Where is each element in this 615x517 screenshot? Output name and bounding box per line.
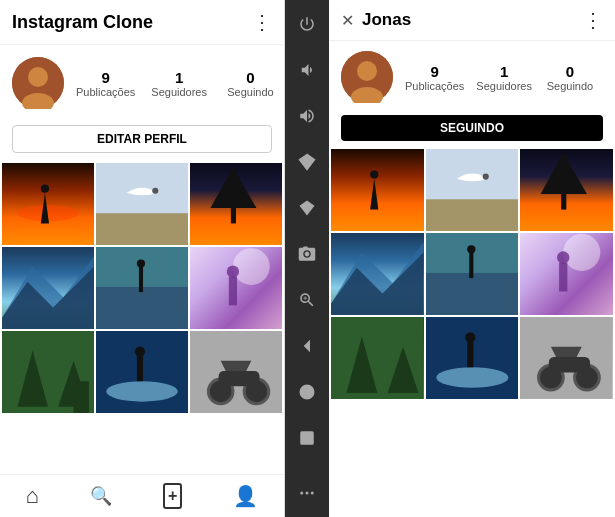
right-photo-cell-2[interactable] [426,149,519,231]
right-photo-cell-6[interactable] [520,233,613,315]
pub-label: Publicações [76,86,135,98]
svg-point-58 [467,245,475,253]
svg-rect-30 [137,356,143,382]
right-title: Jonas [362,10,575,30]
right-panel: ✕ Jonas ⋮ 9 Publicações 1 Seguidores 0 S… [329,0,615,517]
left-panel: Instagram Clone ⋮ 9 Publicações 1 Seguid… [0,0,285,517]
svg-rect-49 [426,199,519,231]
svg-point-29 [106,381,178,401]
svg-rect-17 [96,287,188,329]
svg-rect-27 [74,381,89,413]
following-count: 0 [246,69,254,86]
right-menu-icon[interactable]: ⋮ [583,8,603,32]
volume-up-icon[interactable] [293,102,321,130]
home-circle-icon[interactable] [293,378,321,406]
close-button[interactable]: ✕ [341,11,354,30]
svg-point-40 [300,492,303,495]
right-photo-cell-1[interactable] [331,149,424,231]
app-header: Instagram Clone ⋮ [0,0,284,45]
svg-rect-60 [559,263,567,292]
header-menu-icon[interactable]: ⋮ [252,10,272,34]
svg-point-42 [311,492,314,495]
photo-cell-8[interactable] [96,331,188,413]
pub-count: 9 [101,69,109,86]
diamond-fill-icon[interactable] [293,194,321,222]
photo-cell-5[interactable] [96,247,188,329]
back-icon[interactable] [293,332,321,360]
svg-point-21 [233,248,270,285]
photo-cell-2[interactable] [96,163,188,245]
svg-point-9 [152,188,158,194]
svg-point-47 [370,170,378,178]
right-photo-cell-9[interactable] [520,317,613,399]
edit-profile-button[interactable]: EDITAR PERFIL [12,125,272,153]
svg-rect-35 [219,371,260,386]
right-stat-following: 0 Seguindo [544,63,596,92]
profile-nav-icon[interactable]: 👤 [233,484,258,508]
right-following-label: Seguindo [547,80,594,92]
right-photo-cell-4[interactable] [331,233,424,315]
right-following-count: 0 [566,63,574,80]
recents-icon[interactable] [293,424,321,452]
zoom-icon[interactable] [293,286,321,314]
svg-point-68 [465,332,475,342]
profile-section: 9 Publicações 1 Seguidores 0 Seguindo [0,45,284,121]
volume-down-icon[interactable] [293,56,321,84]
right-pub-count: 9 [430,63,438,80]
diamond-outline-icon[interactable] [293,148,321,176]
more-icon[interactable] [293,479,321,507]
right-photo-cell-3[interactable] [520,149,613,231]
photo-cell-6[interactable] [190,247,282,329]
home-nav-icon[interactable]: ⌂ [26,483,39,509]
right-photo-cell-5[interactable] [426,233,519,315]
svg-marker-37 [305,342,310,351]
right-pub-label: Publicações [405,80,464,92]
svg-rect-67 [467,342,473,368]
svg-marker-46 [370,179,378,210]
svg-point-1 [28,67,48,87]
following-button[interactable]: SEGUINDO [341,115,603,141]
svg-rect-3 [2,163,94,245]
svg-marker-12 [210,167,256,208]
stat-following: 0 Seguindo [223,69,278,98]
svg-point-38 [300,385,314,399]
right-photo-cell-7[interactable] [331,317,424,399]
stat-followers: 1 Seguidores [151,69,207,98]
svg-rect-57 [469,252,473,278]
right-stat-followers: 1 Seguidores [476,63,532,92]
svg-rect-18 [139,267,143,293]
right-followers-count: 1 [500,63,508,80]
camera-icon[interactable] [293,240,321,268]
photo-cell-4[interactable] [2,247,94,329]
photo-cell-9[interactable] [190,331,282,413]
right-stat-publications: 9 Publicações [405,63,464,92]
followers-count: 1 [175,69,183,86]
right-followers-label: Seguidores [476,80,532,92]
photo-cell-3[interactable] [190,163,282,245]
svg-point-41 [306,492,309,495]
right-header: ✕ Jonas ⋮ [329,0,615,41]
following-label: Seguindo [227,86,274,98]
avatar [12,57,64,109]
svg-marker-36 [221,361,252,371]
bottom-nav: ⌂ 🔍 + 👤 [0,474,284,517]
svg-rect-56 [426,273,519,315]
photo-cell-7[interactable] [2,331,94,413]
photo-cell-1[interactable] [2,163,94,245]
right-stats-row: 9 Publicações 1 Seguidores 0 Seguindo [405,63,596,92]
svg-point-44 [357,61,377,81]
svg-point-19 [137,259,145,267]
followers-label: Seguidores [151,86,207,98]
svg-point-23 [227,266,239,278]
emulator-controls [285,0,329,517]
svg-point-31 [135,346,145,356]
svg-marker-73 [551,347,582,357]
stat-publications: 9 Publicações [76,69,135,98]
stats-row: 9 Publicações 1 Seguidores 0 Seguindo [76,69,278,98]
svg-rect-72 [549,357,590,372]
search-nav-icon[interactable]: 🔍 [90,485,112,507]
add-nav-icon[interactable]: + [163,483,182,509]
svg-rect-22 [229,277,237,306]
power-icon[interactable] [293,10,321,38]
right-photo-cell-8[interactable] [426,317,519,399]
